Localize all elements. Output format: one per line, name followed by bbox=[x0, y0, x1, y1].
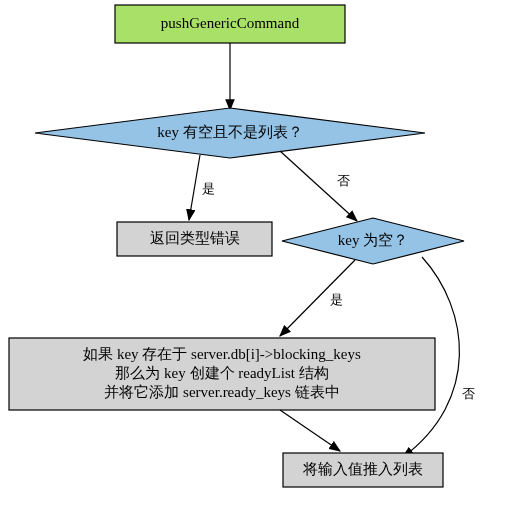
action-line2: 那么为 key 创建个 readyList 结构 bbox=[115, 365, 328, 381]
decision2-label: key 为空？ bbox=[338, 232, 408, 248]
action-line3: 并将它添加 server.ready_keys 链表中 bbox=[104, 384, 339, 400]
edge-decision1-error bbox=[189, 155, 200, 220]
start-label: pushGenericCommand bbox=[161, 15, 300, 31]
edge-action-end bbox=[280, 410, 340, 451]
edge-decision2-no-label: 否 bbox=[462, 386, 475, 401]
edge-decision1-yes-label: 是 bbox=[202, 181, 215, 196]
decision1-label: key 有空且不是列表？ bbox=[157, 124, 302, 140]
action-line1: 如果 key 存在于 server.db[i]->blocking_keys bbox=[83, 346, 361, 362]
edge-decision1-no-label: 否 bbox=[337, 173, 350, 188]
error-label: 返回类型错误 bbox=[150, 230, 240, 246]
end-label: 将输入值推入列表 bbox=[302, 461, 423, 477]
edge-decision2-yes-label: 是 bbox=[330, 292, 343, 307]
edge-decision2-action bbox=[280, 260, 355, 336]
